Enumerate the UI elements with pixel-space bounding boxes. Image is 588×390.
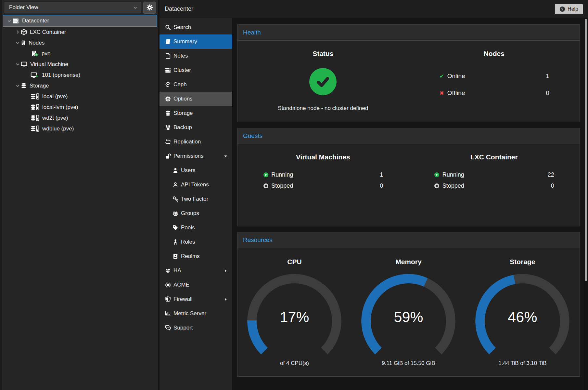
vm-stopped-count: 0 <box>380 182 383 189</box>
tree-item-wdblue-pve[interactable]: wdblue (pve) <box>3 123 157 134</box>
menu-item-options[interactable]: Options <box>160 92 232 106</box>
book-icon <box>165 39 173 45</box>
tree-item-wd2t-pve[interactable]: wd2t (pve) <box>3 113 157 123</box>
menu-item-groups[interactable]: Groups <box>160 206 232 221</box>
online-label: Online <box>447 73 465 80</box>
menu-item-label: Cluster <box>173 67 191 74</box>
tree-settings-button[interactable] <box>143 2 156 14</box>
menu-item-pools[interactable]: Pools <box>160 221 232 235</box>
tree-item-datacenter[interactable]: Datacenter <box>3 15 157 27</box>
memory-gauge: 59% <box>360 274 457 357</box>
tree-item-nodes[interactable]: Nodes <box>3 37 157 48</box>
desktop-play-icon <box>31 72 39 78</box>
caret-down-icon[interactable] <box>224 155 227 158</box>
floppy-icon <box>165 125 173 130</box>
cluster-icon <box>165 67 173 73</box>
cpu-usage-detail: of 4 CPU(s) <box>237 360 352 367</box>
tree-item-lxc-container[interactable]: LXC Container <box>3 27 157 37</box>
memory-usage-percent: 59% <box>360 309 457 326</box>
user-o-icon <box>173 182 181 188</box>
tree-item-local-lvm-pve[interactable]: local-lvm (pve) <box>3 102 157 113</box>
menu-item-firewall[interactable]: Firewall <box>160 292 232 306</box>
vm-stopped-row: Stopped 0 <box>263 182 383 189</box>
status-heading: Status <box>237 50 409 58</box>
menu-item-label: Storage <box>173 110 193 116</box>
expander-down-icon[interactable] <box>14 62 21 66</box>
cpu-usage-percent: 17% <box>246 309 343 326</box>
menu-item-label: Ceph <box>173 81 187 88</box>
datacenter-menu: SearchSummaryNotesClusterCephOptionsStor… <box>160 18 233 390</box>
view-mode-select[interactable]: Folder View <box>5 2 141 13</box>
tree-item-label: pve <box>42 50 50 57</box>
menu-item-backup[interactable]: Backup <box>160 120 232 135</box>
offline-count: 0 <box>546 89 549 97</box>
menu-item-storage[interactable]: Storage <box>160 106 232 120</box>
menu-item-summary[interactable]: Summary <box>160 34 232 49</box>
gear-icon <box>165 96 173 102</box>
menu-item-replication[interactable]: Replication <box>160 135 232 149</box>
menu-item-realms[interactable]: Realms <box>160 249 232 263</box>
database-icon <box>165 110 173 116</box>
menu-item-label: Permissions <box>173 153 204 159</box>
role-icon <box>173 239 181 245</box>
menu-item-label: Backup <box>173 124 192 131</box>
lxc-running-row: Running 22 <box>434 171 554 178</box>
expander-down-icon[interactable] <box>6 19 12 23</box>
menu-item-label: Options <box>173 96 193 102</box>
menu-item-two-factor[interactable]: Two Factor <box>160 192 232 206</box>
cpu-heading: CPU <box>237 258 352 266</box>
lxc-running-label: Running <box>442 171 464 178</box>
scrollbar-thumb[interactable] <box>585 19 587 281</box>
menu-item-api-tokens[interactable]: API Tokens <box>160 178 232 192</box>
expander-down-icon[interactable] <box>14 41 21 45</box>
menu-item-ha[interactable]: HA <box>160 263 232 278</box>
nodes-counts: ✔ Online 1 ✖ Offline 0 <box>439 73 549 97</box>
heartbeat-icon <box>165 268 173 274</box>
tree-item-local-pve[interactable]: local (pve) <box>3 91 157 102</box>
tree-item-label: wd2t (pve) <box>42 115 68 121</box>
tree-item-label: wdblue (pve) <box>42 126 74 132</box>
menu-item-users[interactable]: Users <box>160 163 232 178</box>
comments-icon <box>165 325 173 331</box>
caret-right-icon[interactable] <box>224 298 227 301</box>
running-icon <box>434 172 440 178</box>
expander-right-icon[interactable] <box>14 30 21 34</box>
user-icon <box>173 168 181 173</box>
lxc-counts: Running 22 Stopped 0 <box>434 171 554 189</box>
help-button[interactable]: ? Help <box>555 4 583 14</box>
vm-stopped-label: Stopped <box>271 182 293 189</box>
tree-item-label: Datacenter <box>22 18 49 24</box>
menu-item-ceph[interactable]: Ceph <box>160 77 232 92</box>
expander-down-icon[interactable] <box>14 84 21 87</box>
menu-item-roles[interactable]: Roles <box>160 235 232 249</box>
caret-right-icon[interactable] <box>224 269 227 273</box>
memory-column: Memory 59% 9.11 GiB of 15.50 GiB <box>352 258 466 367</box>
storage-column: Storage 46% 1.44 TiB of 3.10 TiB <box>466 258 580 367</box>
menu-item-support[interactable]: Support <box>160 321 232 335</box>
lxc-running-count: 22 <box>548 171 554 178</box>
tree-item-storage[interactable]: Storage <box>3 80 157 91</box>
tree-item-101-opnsense[interactable]: 101 (opnsense) <box>3 70 157 80</box>
menu-item-cluster[interactable]: Cluster <box>160 63 232 77</box>
menu-item-search[interactable]: Search <box>160 20 232 34</box>
menu-item-acme[interactable]: ACME <box>160 278 232 292</box>
chart-icon <box>165 311 173 316</box>
page-title: Datacenter <box>165 6 193 12</box>
database-gauge-low-icon <box>31 126 39 132</box>
replicate-icon <box>165 139 173 145</box>
menu-item-notes[interactable]: Notes <box>160 49 232 63</box>
menu-item-metric-server[interactable]: Metric Server <box>160 306 232 321</box>
cpu-gauge: 17% <box>246 274 343 357</box>
database-gauge-icon <box>31 115 39 121</box>
resources-panel: Resources CPU 17% of 4 CPU(s) <box>237 232 580 377</box>
nodes-online-row: ✔ Online 1 <box>439 73 549 80</box>
health-ok-icon <box>309 68 337 95</box>
key-icon <box>173 196 181 202</box>
storage-gauge: 46% <box>474 274 571 357</box>
online-count: 1 <box>546 73 549 80</box>
search-icon <box>165 24 173 30</box>
tree-item-pve[interactable]: pve <box>3 48 157 59</box>
nodes-offline-row: ✖ Offline 0 <box>439 89 549 97</box>
tree-item-virtual-machine[interactable]: Virtual Machine <box>3 59 157 70</box>
menu-item-permissions[interactable]: Permissions <box>160 149 232 163</box>
